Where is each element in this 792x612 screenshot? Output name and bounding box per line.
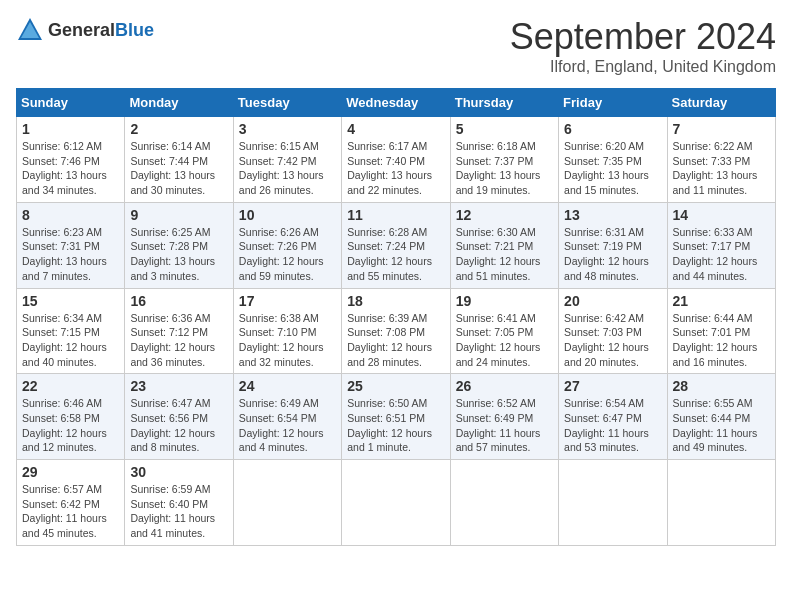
table-row	[559, 460, 667, 546]
col-thursday: Thursday	[450, 89, 558, 117]
table-row: 7Sunrise: 6:22 AMSunset: 7:33 PMDaylight…	[667, 117, 775, 203]
col-friday: Friday	[559, 89, 667, 117]
day-number: 27	[564, 378, 661, 394]
col-tuesday: Tuesday	[233, 89, 341, 117]
day-info: Sunrise: 6:38 AMSunset: 7:10 PMDaylight:…	[239, 312, 324, 368]
table-row: 14Sunrise: 6:33 AMSunset: 7:17 PMDayligh…	[667, 202, 775, 288]
location-title: Ilford, England, United Kingdom	[510, 58, 776, 76]
table-row: 30Sunrise: 6:59 AMSunset: 6:40 PMDayligh…	[125, 460, 233, 546]
logo-general: General	[48, 20, 115, 40]
table-row: 8Sunrise: 6:23 AMSunset: 7:31 PMDaylight…	[17, 202, 125, 288]
day-info: Sunrise: 6:15 AMSunset: 7:42 PMDaylight:…	[239, 140, 324, 196]
calendar-row: 1Sunrise: 6:12 AMSunset: 7:46 PMDaylight…	[17, 117, 776, 203]
day-info: Sunrise: 6:30 AMSunset: 7:21 PMDaylight:…	[456, 226, 541, 282]
day-number: 11	[347, 207, 444, 223]
day-info: Sunrise: 6:50 AMSunset: 6:51 PMDaylight:…	[347, 397, 432, 453]
day-number: 14	[673, 207, 770, 223]
table-row: 16Sunrise: 6:36 AMSunset: 7:12 PMDayligh…	[125, 288, 233, 374]
calendar-row: 22Sunrise: 6:46 AMSunset: 6:58 PMDayligh…	[17, 374, 776, 460]
day-number: 21	[673, 293, 770, 309]
day-info: Sunrise: 6:26 AMSunset: 7:26 PMDaylight:…	[239, 226, 324, 282]
table-row	[667, 460, 775, 546]
table-row: 24Sunrise: 6:49 AMSunset: 6:54 PMDayligh…	[233, 374, 341, 460]
table-row: 13Sunrise: 6:31 AMSunset: 7:19 PMDayligh…	[559, 202, 667, 288]
table-row: 3Sunrise: 6:15 AMSunset: 7:42 PMDaylight…	[233, 117, 341, 203]
month-title: September 2024	[510, 16, 776, 58]
col-saturday: Saturday	[667, 89, 775, 117]
day-number: 5	[456, 121, 553, 137]
day-info: Sunrise: 6:42 AMSunset: 7:03 PMDaylight:…	[564, 312, 649, 368]
table-row: 26Sunrise: 6:52 AMSunset: 6:49 PMDayligh…	[450, 374, 558, 460]
day-number: 16	[130, 293, 227, 309]
day-info: Sunrise: 6:49 AMSunset: 6:54 PMDaylight:…	[239, 397, 324, 453]
day-info: Sunrise: 6:25 AMSunset: 7:28 PMDaylight:…	[130, 226, 215, 282]
day-number: 7	[673, 121, 770, 137]
day-number: 22	[22, 378, 119, 394]
day-number: 26	[456, 378, 553, 394]
day-info: Sunrise: 6:36 AMSunset: 7:12 PMDaylight:…	[130, 312, 215, 368]
day-info: Sunrise: 6:57 AMSunset: 6:42 PMDaylight:…	[22, 483, 107, 539]
day-number: 10	[239, 207, 336, 223]
table-row: 6Sunrise: 6:20 AMSunset: 7:35 PMDaylight…	[559, 117, 667, 203]
day-info: Sunrise: 6:23 AMSunset: 7:31 PMDaylight:…	[22, 226, 107, 282]
day-number: 29	[22, 464, 119, 480]
day-number: 23	[130, 378, 227, 394]
table-row: 4Sunrise: 6:17 AMSunset: 7:40 PMDaylight…	[342, 117, 450, 203]
col-monday: Monday	[125, 89, 233, 117]
day-number: 13	[564, 207, 661, 223]
table-row: 23Sunrise: 6:47 AMSunset: 6:56 PMDayligh…	[125, 374, 233, 460]
day-number: 24	[239, 378, 336, 394]
day-info: Sunrise: 6:34 AMSunset: 7:15 PMDaylight:…	[22, 312, 107, 368]
table-row: 1Sunrise: 6:12 AMSunset: 7:46 PMDaylight…	[17, 117, 125, 203]
table-row: 28Sunrise: 6:55 AMSunset: 6:44 PMDayligh…	[667, 374, 775, 460]
table-row: 20Sunrise: 6:42 AMSunset: 7:03 PMDayligh…	[559, 288, 667, 374]
page-header: GeneralBlue September 2024 Ilford, Engla…	[16, 16, 776, 76]
table-row: 18Sunrise: 6:39 AMSunset: 7:08 PMDayligh…	[342, 288, 450, 374]
logo-text: GeneralBlue	[48, 20, 154, 41]
day-info: Sunrise: 6:52 AMSunset: 6:49 PMDaylight:…	[456, 397, 541, 453]
day-number: 2	[130, 121, 227, 137]
title-area: September 2024 Ilford, England, United K…	[510, 16, 776, 76]
logo-blue: Blue	[115, 20, 154, 40]
day-info: Sunrise: 6:55 AMSunset: 6:44 PMDaylight:…	[673, 397, 758, 453]
day-info: Sunrise: 6:12 AMSunset: 7:46 PMDaylight:…	[22, 140, 107, 196]
table-row: 10Sunrise: 6:26 AMSunset: 7:26 PMDayligh…	[233, 202, 341, 288]
table-row: 17Sunrise: 6:38 AMSunset: 7:10 PMDayligh…	[233, 288, 341, 374]
day-info: Sunrise: 6:17 AMSunset: 7:40 PMDaylight:…	[347, 140, 432, 196]
day-number: 28	[673, 378, 770, 394]
table-row	[450, 460, 558, 546]
day-number: 30	[130, 464, 227, 480]
logo: GeneralBlue	[16, 16, 154, 44]
day-info: Sunrise: 6:47 AMSunset: 6:56 PMDaylight:…	[130, 397, 215, 453]
day-info: Sunrise: 6:20 AMSunset: 7:35 PMDaylight:…	[564, 140, 649, 196]
day-info: Sunrise: 6:46 AMSunset: 6:58 PMDaylight:…	[22, 397, 107, 453]
table-row: 25Sunrise: 6:50 AMSunset: 6:51 PMDayligh…	[342, 374, 450, 460]
day-number: 15	[22, 293, 119, 309]
calendar-header-row: Sunday Monday Tuesday Wednesday Thursday…	[17, 89, 776, 117]
day-number: 20	[564, 293, 661, 309]
table-row: 15Sunrise: 6:34 AMSunset: 7:15 PMDayligh…	[17, 288, 125, 374]
day-number: 25	[347, 378, 444, 394]
day-number: 8	[22, 207, 119, 223]
day-info: Sunrise: 6:39 AMSunset: 7:08 PMDaylight:…	[347, 312, 432, 368]
table-row: 21Sunrise: 6:44 AMSunset: 7:01 PMDayligh…	[667, 288, 775, 374]
day-info: Sunrise: 6:31 AMSunset: 7:19 PMDaylight:…	[564, 226, 649, 282]
calendar-row: 29Sunrise: 6:57 AMSunset: 6:42 PMDayligh…	[17, 460, 776, 546]
table-row	[342, 460, 450, 546]
table-row: 9Sunrise: 6:25 AMSunset: 7:28 PMDaylight…	[125, 202, 233, 288]
table-row	[233, 460, 341, 546]
day-number: 19	[456, 293, 553, 309]
col-sunday: Sunday	[17, 89, 125, 117]
day-number: 3	[239, 121, 336, 137]
day-info: Sunrise: 6:41 AMSunset: 7:05 PMDaylight:…	[456, 312, 541, 368]
day-number: 4	[347, 121, 444, 137]
day-info: Sunrise: 6:18 AMSunset: 7:37 PMDaylight:…	[456, 140, 541, 196]
day-info: Sunrise: 6:28 AMSunset: 7:24 PMDaylight:…	[347, 226, 432, 282]
day-info: Sunrise: 6:54 AMSunset: 6:47 PMDaylight:…	[564, 397, 649, 453]
day-number: 17	[239, 293, 336, 309]
table-row: 11Sunrise: 6:28 AMSunset: 7:24 PMDayligh…	[342, 202, 450, 288]
day-info: Sunrise: 6:14 AMSunset: 7:44 PMDaylight:…	[130, 140, 215, 196]
day-number: 6	[564, 121, 661, 137]
day-number: 12	[456, 207, 553, 223]
calendar-row: 15Sunrise: 6:34 AMSunset: 7:15 PMDayligh…	[17, 288, 776, 374]
